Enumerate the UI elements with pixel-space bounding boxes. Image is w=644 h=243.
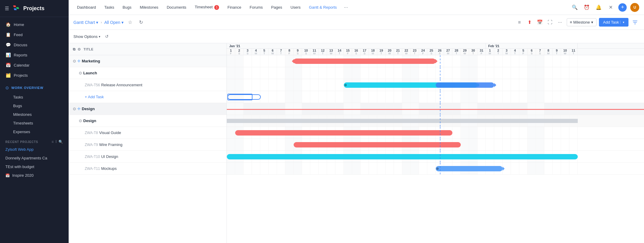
day-cell: 18M [369,49,377,55]
day-cell: 21T [394,49,402,55]
table-row[interactable]: ZWA-T56 Release Announcement [69,79,227,91]
gantt-chart-button[interactable]: Gantt Chart ▾ [73,20,98,25]
search-button[interactable]: 🔍 [571,3,579,12]
search-icon[interactable]: 🔍 [58,140,63,144]
nav-more[interactable]: ··· [342,3,350,12]
nav-users[interactable]: Users [287,3,304,11]
hamburger-icon[interactable]: ☰ [5,6,9,11]
gantt-cell [569,91,578,103]
export-icon[interactable]: ⬆ [526,18,534,27]
gantt-cell [419,79,427,91]
gantt-chart[interactable]: Jan '21 Feb '21 1F2S3S4M5T6W7T8F9S10S11M… [227,43,644,243]
alarm-button[interactable]: ⏰ [583,3,591,12]
expand-circle-icon[interactable]: ⊙ [78,47,81,51]
table-row[interactable]: ZWA-T11 Mockups [69,163,227,175]
fullscreen-icon[interactable]: ⛶ [546,18,554,27]
gantt-cell [227,91,235,103]
gantt-cell [528,79,536,91]
options-bar: Show Options ▾ ↺ [69,30,644,43]
gantt-cell [519,139,528,150]
gantt-cell [411,163,419,174]
nav-timesheet[interactable]: Timesheet 1 [191,3,223,12]
list-icon[interactable]: ≡ [52,140,54,144]
gantt-cell [327,127,335,139]
nav-forums[interactable]: Forums [246,3,266,11]
sidebar-sub-milestones[interactable]: Milestones [0,110,69,119]
gantt-cell [335,67,344,79]
reports-icon: 📊 [5,53,11,57]
gantt-cell [260,139,269,150]
sidebar-sub-timesheets[interactable]: Timesheets [0,119,69,127]
gantt-cell [444,67,452,79]
calendar-view-icon[interactable]: 📅 [536,18,544,27]
work-overview-header[interactable]: ⊙ WORK OVERVIEW [0,83,69,93]
copy-icon[interactable]: ⧉ [73,47,76,51]
notification-button[interactable]: 🔔 [594,3,603,12]
nav-gantt[interactable]: Gantt & Reports [305,3,340,11]
gantt-cell [260,115,269,127]
nav-pages[interactable]: Pages [268,3,286,11]
gantt-cell [444,103,452,115]
close-button[interactable]: ✕ [606,3,615,12]
sidebar-item-projects[interactable]: 🗂️ Projects [0,70,69,80]
gantt-cell [360,103,369,115]
nav-finance[interactable]: Finance [224,3,245,11]
more-options-icon[interactable]: ··· [556,18,564,27]
gantt-cell [486,103,494,115]
gantt-cell [352,55,360,67]
gantt-cell [310,67,319,79]
table-row[interactable]: ⊙ ✛ Marketing [69,55,227,67]
table-row[interactable]: ⊙ Launch [69,67,227,79]
gantt-cell [503,67,511,79]
undo-button[interactable]: ↺ [103,32,111,41]
add-task-link[interactable]: + Add Task [85,95,104,99]
add-task-button[interactable]: Add Task ▾ [599,18,628,27]
gantt-cell [269,127,277,139]
gantt-cell [569,103,578,115]
sidebar-item-home[interactable]: 🏠 Home [0,19,69,30]
gantt-cell [569,55,578,67]
nav-dashboard[interactable]: Dashboard [73,3,100,11]
show-options-button[interactable]: Show Options ▾ [73,34,100,39]
day-cell: 22W [402,49,411,55]
gantt-cell [260,79,269,91]
star-button[interactable]: ☆ [126,18,134,27]
sidebar-item-calendar[interactable]: 📅 Calendar [0,60,69,70]
nav-documents[interactable]: Documents [163,3,190,11]
filter-button[interactable] [631,18,639,27]
milestone-button[interactable]: ≡ Milestone ▾ [567,18,597,26]
sidebar-sub-tasks[interactable]: Tasks [0,93,69,101]
list-view-icon[interactable]: ≡ [515,18,524,27]
day-cell: 23T [411,49,419,55]
table-row[interactable]: ZWA-T8 Visual Guide [69,127,227,139]
gantt-cell [360,115,369,127]
refresh-button[interactable]: ↻ [137,18,145,27]
table-row[interactable]: ZWA-T10 UI Design [69,151,227,163]
nav-milestones[interactable]: Milestones [136,3,162,11]
gantt-cell [411,103,419,115]
gantt-cell [469,151,477,162]
gantt-cell [244,151,252,162]
sidebar-sub-bugs[interactable]: Bugs [0,101,69,110]
sidebar-item-discuss[interactable]: 💬 Discuss [0,40,69,50]
sidebar-item-inspire[interactable]: 📅 Inspire 2020 [0,171,69,180]
sidebar-item-feed[interactable]: 📋 Feed [0,30,69,40]
sidebar-item-reports[interactable]: 📊 Reports [0,50,69,60]
recent-project-test-budget[interactable]: TEst with budget [0,162,69,171]
table-row[interactable]: ⊙ ✛ Design [69,103,227,115]
table-row[interactable]: ZWA-T9 Wire Framing [69,139,227,151]
nav-bugs[interactable]: Bugs [119,3,135,11]
recent-project-donnelly[interactable]: Donnelly Apartments Ca [0,154,69,162]
table-row[interactable]: ⊙ Design [69,115,227,127]
recent-project-zylsoft[interactable]: Zylsoft Web App [0,145,69,154]
sidebar-sub-expenses[interactable]: Expenses [0,127,69,136]
all-open-button[interactable]: All Open ▾ [104,20,124,25]
gantt-cell [377,55,386,67]
add-button[interactable]: + [618,3,627,12]
day-cell: 9S [294,49,302,55]
gantt-cell [561,103,569,115]
nav-tasks[interactable]: Tasks [101,3,118,11]
user-avatar[interactable]: U [630,3,639,12]
add-task-row[interactable]: + Add Task [69,91,227,103]
gantt-cell [277,79,285,91]
